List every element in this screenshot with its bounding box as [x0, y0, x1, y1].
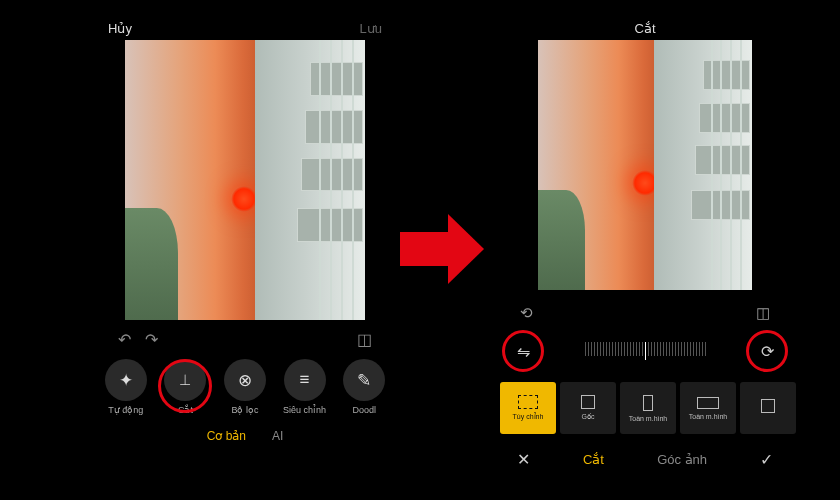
undo-icon[interactable]: ↶ — [118, 330, 131, 349]
photo-preview[interactable] — [125, 40, 365, 320]
straighten-slider: ⇋ ⟳ — [490, 322, 800, 368]
slider-tick — [675, 342, 676, 356]
aspect-free[interactable]: Tùy chỉnh — [500, 382, 556, 434]
slider-tick — [618, 342, 619, 356]
aspect-full-icon — [643, 395, 653, 411]
mode-crop-tab[interactable]: Cắt — [583, 452, 604, 467]
aspect-ratio-row: Tùy chỉnhGốcToàn m.hìnhToàn m.hình — [490, 368, 800, 434]
slider-tick — [672, 342, 673, 356]
slider-tick — [591, 342, 592, 356]
crop-handle-tl[interactable] — [538, 40, 553, 55]
history-row: ↶ ↷ ◫ — [90, 320, 400, 349]
save-button[interactable]: Lưu — [360, 21, 382, 36]
tool-row: ✦Tự động⟂Cắt⊗Bộ lọc≡Siêu chỉnh✎Doodl — [90, 349, 400, 415]
doodle-tool[interactable]: ✎Doodl — [337, 359, 391, 415]
auto-tool[interactable]: ✦Tự động — [99, 359, 153, 415]
filter-tool[interactable]: ⊗Bộ lọc — [218, 359, 272, 415]
filter-icon: ⊗ — [224, 359, 266, 401]
crop-tool[interactable]: ⟂Cắt — [158, 359, 212, 415]
rotate-button[interactable]: ⟳ — [750, 334, 784, 368]
crop-header: Cắt — [490, 18, 800, 38]
auto-icon: ✦ — [105, 359, 147, 401]
slider-tick — [687, 342, 688, 356]
tool-label: Tự động — [108, 405, 143, 415]
cancel-button[interactable]: Hủy — [108, 21, 132, 36]
mode-tabs: Cơ bản AI — [90, 415, 400, 443]
slider-tick — [588, 342, 589, 356]
slider-tick — [645, 342, 646, 360]
crop-handle-bl[interactable] — [538, 275, 553, 290]
slider-tick — [633, 342, 634, 356]
crop-icon: ⟂ — [164, 359, 206, 401]
slider-tick — [699, 342, 700, 356]
compare-icon[interactable]: ◫ — [357, 330, 372, 349]
slider-tick — [636, 342, 637, 356]
adjust-icon: ≡ — [284, 359, 326, 401]
rotate-highlight-ring — [746, 330, 788, 372]
slider-tick — [702, 342, 703, 356]
aspect-orig-icon — [581, 395, 595, 409]
slider-tick — [594, 342, 595, 356]
flip-highlight-ring — [502, 330, 544, 372]
slider-tick — [642, 342, 643, 356]
slider-tick — [666, 342, 667, 356]
tool-label: Bộ lọc — [231, 405, 258, 415]
slider-tick — [624, 342, 625, 356]
aspect-toggle-icon[interactable]: ◫ — [756, 304, 770, 322]
angle-slider[interactable] — [550, 342, 740, 360]
editor-header: Hủy Lưu — [90, 18, 400, 38]
tool-label: Cắt — [178, 405, 193, 415]
slider-tick — [597, 342, 598, 356]
slider-tick — [696, 342, 697, 356]
crop-title: Cắt — [635, 21, 656, 36]
doodle-icon: ✎ — [343, 359, 385, 401]
slider-tick — [654, 342, 655, 356]
aspect-full[interactable]: Toàn m.hình — [620, 382, 676, 434]
flip-button[interactable]: ⇋ — [506, 334, 540, 368]
slider-tick — [615, 342, 616, 356]
aspect-label: Toàn m.hình — [629, 415, 668, 422]
slider-tick — [681, 342, 682, 356]
slider-tick — [684, 342, 685, 356]
aspect-wide-icon — [697, 397, 719, 409]
adjust-tool[interactable]: ≡Siêu chỉnh — [278, 359, 332, 415]
slider-tick — [621, 342, 622, 356]
slider-tick — [678, 342, 679, 356]
tool-label: Siêu chỉnh — [283, 405, 326, 415]
reset-rotation-icon[interactable]: ⟲ — [520, 304, 533, 322]
redo-icon[interactable]: ↷ — [145, 330, 158, 349]
aspect-wide[interactable]: Toàn m.hình — [680, 382, 736, 434]
cancel-crop-button[interactable]: ✕ — [517, 450, 530, 469]
mode-perspective-tab[interactable]: Góc ảnh — [657, 452, 707, 467]
slider-tick — [663, 342, 664, 356]
slider-tick — [651, 342, 652, 356]
crop-screen: Cắt ⟲ ◫ ⇋ ⟳ Tùy chỉnhGốcToàn m. — [490, 18, 800, 482]
slider-tick — [705, 342, 706, 356]
slider-tick — [693, 342, 694, 356]
crop-handle-tr[interactable] — [737, 40, 752, 55]
rotate-row: ⟲ ◫ — [490, 290, 800, 322]
tab-basic[interactable]: Cơ bản — [207, 429, 246, 443]
crop-preview[interactable] — [538, 40, 752, 290]
slider-tick — [630, 342, 631, 356]
slider-tick — [585, 342, 586, 356]
tab-ai[interactable]: AI — [272, 429, 283, 443]
arrow-head-icon — [448, 214, 484, 284]
aspect-label: Tùy chỉnh — [513, 413, 544, 421]
slider-tick — [669, 342, 670, 356]
crop-handle-br[interactable] — [737, 275, 752, 290]
confirm-row: ✕ Cắt Góc ảnh ✓ — [490, 434, 800, 469]
aspect-more-icon — [761, 399, 775, 413]
slider-tick — [600, 342, 601, 356]
slider-tick — [606, 342, 607, 356]
aspect-more[interactable] — [740, 382, 796, 434]
apply-crop-button[interactable]: ✓ — [760, 450, 773, 469]
slider-tick — [660, 342, 661, 356]
slider-tick — [609, 342, 610, 356]
aspect-orig[interactable]: Gốc — [560, 382, 616, 434]
editor-main-screen: Hủy Lưu ↶ ↷ ◫ ✦Tự động⟂Cắt⊗Bộ lọc≡Siêu c… — [90, 18, 400, 482]
slider-tick — [627, 342, 628, 356]
photo-content — [538, 40, 752, 290]
slider-tick — [648, 342, 649, 356]
aspect-label: Toàn m.hình — [689, 413, 728, 420]
